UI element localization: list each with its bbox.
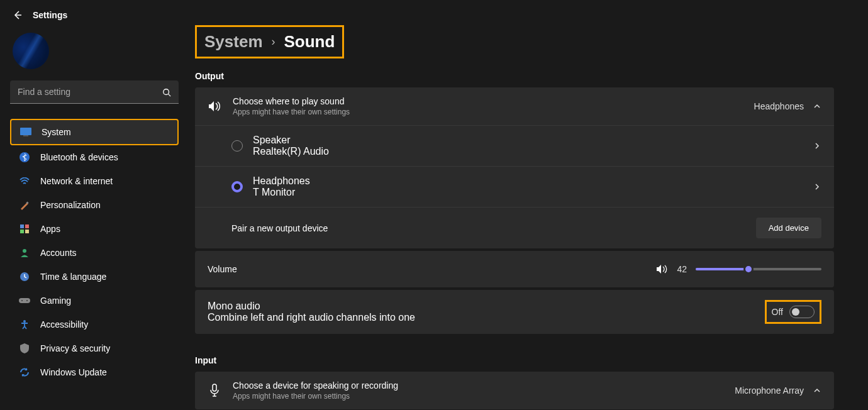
sidebar-item-label: Accessibility (40, 319, 88, 330)
back-icon[interactable] (13, 10, 23, 20)
volume-label: Volume (208, 264, 237, 274)
breadcrumb-parent[interactable]: System (204, 32, 263, 52)
svg-point-0 (164, 89, 169, 94)
mono-audio-card: Mono audio Combine left and right audio … (195, 290, 834, 334)
sidebar-item-accessibility[interactable]: Accessibility (10, 313, 179, 336)
chevron-right-icon[interactable] (813, 141, 821, 150)
sidebar-item-network[interactable]: Network & internet (10, 169, 179, 193)
svg-rect-15 (213, 384, 216, 391)
app-title: Settings (33, 10, 67, 20)
choose-input-row[interactable]: Choose a device for speaking or recordin… (195, 372, 834, 409)
slider-fill (696, 268, 748, 270)
chevron-right-icon: › (272, 35, 275, 48)
search-container (10, 80, 179, 104)
personalization-icon (19, 199, 30, 211)
breadcrumb: System › Sound (195, 25, 344, 58)
chevron-up-icon[interactable] (813, 102, 821, 111)
mono-sub: Combine left and right audio channels in… (208, 312, 765, 323)
svg-rect-7 (20, 230, 24, 233)
device-texts: Speaker Realtek(R) Audio (253, 135, 803, 157)
radio-selected[interactable] (231, 181, 243, 192)
volume-icon[interactable] (655, 263, 668, 275)
sidebar: Settings System Bluetooth & devices Netw… (0, 0, 189, 410)
svg-rect-5 (20, 224, 24, 228)
volume-card: Volume 42 (195, 251, 834, 287)
svg-point-12 (21, 300, 23, 301)
toggle-knob (792, 308, 799, 316)
sidebar-item-apps[interactable]: Apps (10, 217, 179, 241)
row-trail: Headphones (754, 101, 821, 111)
device-sub: T Monitor (253, 187, 803, 198)
row-subtitle: Apps might have their own settings (233, 392, 723, 401)
row-title: Choose where to play sound (233, 96, 743, 106)
sidebar-item-label: Apps (40, 224, 60, 234)
shield-icon (19, 343, 30, 354)
sidebar-item-label: Network & internet (40, 176, 113, 186)
device-row-headphones[interactable]: Headphones T Monitor (195, 166, 834, 207)
svg-rect-8 (25, 230, 29, 233)
update-icon (19, 367, 30, 378)
sidebar-item-gaming[interactable]: Gaming (10, 289, 179, 313)
device-row-speaker[interactable]: Speaker Realtek(R) Audio (195, 125, 834, 166)
slider-thumb[interactable] (743, 264, 754, 274)
choose-output-row[interactable]: Choose where to play sound Apps might ha… (195, 87, 834, 125)
output-value: Headphones (754, 101, 804, 111)
sidebar-item-personalization[interactable]: Personalization (10, 193, 179, 217)
sidebar-item-accounts[interactable]: Accounts (10, 241, 179, 265)
gaming-icon (19, 295, 30, 306)
sidebar-item-label: Accounts (40, 248, 77, 258)
sidebar-item-update[interactable]: Windows Update (10, 360, 179, 384)
svg-point-14 (23, 320, 26, 323)
content: System › Sound Output Choose where to pl… (189, 0, 868, 410)
sidebar-item-bluetooth[interactable]: Bluetooth & devices (10, 145, 179, 169)
sidebar-item-label: System (42, 127, 71, 137)
pair-label: Pair a new output device (231, 223, 756, 233)
network-icon (19, 175, 30, 187)
clock-icon (19, 271, 30, 282)
speaker-icon (208, 100, 221, 113)
microphone-icon (208, 384, 221, 397)
toggle-state-label: Off (772, 307, 783, 317)
sidebar-item-privacy[interactable]: Privacy & security (10, 336, 179, 360)
row-subtitle: Apps might have their own settings (233, 108, 743, 116)
add-device-button[interactable]: Add device (756, 218, 821, 238)
row-trail: Microphone Array (735, 385, 821, 396)
sidebar-item-label: Bluetooth & devices (40, 152, 118, 162)
sidebar-item-label: Time & language (40, 272, 106, 282)
chevron-up-icon[interactable] (813, 386, 821, 395)
sidebar-item-label: Windows Update (40, 367, 107, 377)
svg-rect-11 (19, 298, 30, 303)
sidebar-item-label: Gaming (40, 296, 71, 306)
volume-slider[interactable] (696, 268, 821, 270)
bluetooth-icon (19, 152, 30, 163)
sidebar-header: Settings (10, 10, 184, 20)
search-icon (162, 88, 171, 97)
breadcrumb-page: Sound (284, 32, 335, 52)
input-card: Choose a device for speaking or recordin… (195, 372, 834, 409)
mono-title: Mono audio (208, 301, 765, 312)
row-texts: Choose where to play sound Apps might ha… (233, 96, 743, 116)
device-name: Speaker (253, 135, 803, 146)
sidebar-item-system[interactable]: System (10, 119, 179, 145)
accounts-icon (19, 247, 30, 258)
system-icon (20, 126, 31, 138)
device-sub: Realtek(R) Audio (253, 146, 803, 157)
chevron-right-icon[interactable] (813, 182, 821, 191)
volume-controls: 42 (655, 263, 821, 275)
svg-rect-2 (23, 135, 28, 136)
radio-unselected[interactable] (231, 140, 243, 152)
input-section-label: Input (195, 355, 834, 365)
sidebar-item-time[interactable]: Time & language (10, 265, 179, 289)
input-value: Microphone Array (735, 385, 804, 396)
avatar[interactable] (13, 33, 49, 69)
mono-toggle[interactable] (789, 306, 815, 318)
output-section-label: Output (195, 71, 834, 81)
device-texts: Headphones T Monitor (253, 175, 803, 198)
mono-toggle-group: Off (765, 300, 821, 324)
svg-rect-6 (25, 224, 29, 228)
mono-texts: Mono audio Combine left and right audio … (208, 301, 765, 323)
volume-value: 42 (677, 264, 687, 274)
device-name: Headphones (253, 175, 803, 187)
search-input[interactable] (10, 80, 179, 104)
svg-point-13 (26, 300, 28, 301)
